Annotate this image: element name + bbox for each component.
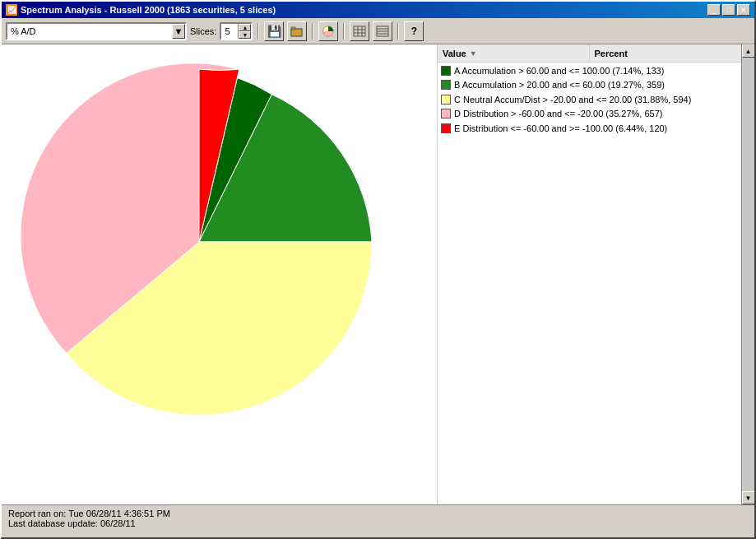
title-bar-left: 📈 Spectrum Analysis - Russell 2000 (1863… — [6, 4, 276, 16]
window-title: Spectrum Analysis - Russell 2000 (1863 s… — [21, 5, 276, 15]
legend-rows: A Accumulation > 60.00 and <= 100.00 (7.… — [438, 63, 741, 137]
status-bar: Report ran on: Tue 06/28/11 4:36:51 PM L… — [2, 504, 754, 537]
dropdown-value: % A/D — [7, 26, 172, 36]
dropdown-arrow[interactable]: ▼ — [172, 24, 185, 39]
sep3 — [343, 23, 345, 39]
legend-row: C Neutral Accum/Dist > -20.00 and <= 20.… — [438, 93, 741, 107]
scroll-down-button[interactable]: ▼ — [742, 491, 755, 504]
legend-row: D Distribution > -60.00 and <= -20.00 (3… — [438, 107, 741, 121]
legend-label: D Distribution > -60.00 and <= -20.00 (3… — [454, 108, 662, 120]
scrollbar-y[interactable]: ▲ ▼ — [741, 44, 754, 504]
save-button[interactable]: 💾 — [264, 21, 284, 41]
legend-swatch — [441, 80, 451, 90]
legend-label: B Accumulation > 20.00 and <= 60.00 (19.… — [454, 79, 665, 91]
main-window: 📈 Spectrum Analysis - Russell 2000 (1863… — [0, 0, 756, 539]
legend-swatch — [441, 95, 451, 105]
legend-header: Value ▼ Percent — [438, 44, 741, 63]
sep4 — [397, 23, 399, 39]
slices-value: 5 — [221, 26, 238, 36]
maximize-button[interactable]: □ — [722, 4, 735, 16]
table-icon — [353, 26, 366, 37]
app-icon: 📈 — [6, 4, 17, 16]
help-button[interactable]: ? — [404, 21, 424, 41]
minimize-button[interactable]: _ — [707, 4, 721, 16]
open-icon — [290, 26, 304, 37]
legend-swatch — [441, 66, 451, 76]
list-button[interactable] — [373, 21, 392, 41]
legend-label: A Accumulation > 60.00 and <= 100.00 (7.… — [454, 65, 664, 77]
status-line2: Last database update: 06/28/11 — [8, 518, 748, 528]
scroll-up-button[interactable]: ▲ — [742, 44, 755, 58]
sort-icon-value: ▼ — [470, 49, 477, 58]
legend-swatch — [441, 123, 451, 133]
pie-icon — [322, 26, 335, 37]
status-line1: Report ran on: Tue 06/28/11 4:36:51 PM — [8, 509, 748, 518]
legend-label: E Distribution <= -60.00 and >= -100.00 … — [454, 123, 667, 135]
title-bar-buttons: _ □ ✕ — [707, 4, 750, 16]
slices-down[interactable]: ▼ — [239, 31, 251, 39]
legend-swatch — [441, 109, 451, 118]
svg-rect-6 — [354, 26, 365, 36]
open-button[interactable] — [287, 21, 307, 41]
col-header-percent[interactable]: Percent — [590, 44, 742, 62]
indicator-dropdown[interactable]: % A/D ▼ — [6, 22, 187, 40]
sep1 — [257, 23, 259, 39]
col-header-value[interactable]: Value ▼ — [438, 44, 590, 62]
slices-control[interactable]: 5 ▲ ▼ — [220, 22, 253, 40]
legend-row: B Accumulation > 20.00 and <= 60.00 (19.… — [438, 78, 741, 92]
pie-chart-svg — [2, 44, 397, 439]
title-bar: 📈 Spectrum Analysis - Russell 2000 (1863… — [2, 2, 754, 18]
legend-label: C Neutral Accum/Dist > -20.00 and <= 20.… — [454, 94, 691, 106]
table-button[interactable] — [350, 21, 369, 41]
pie-chart-button[interactable] — [318, 21, 338, 41]
legend-panel: Value ▼ Percent A Accumulation > 60.00 a… — [437, 44, 741, 504]
sep2 — [312, 23, 313, 39]
list-icon — [376, 26, 389, 37]
scroll-track[interactable] — [742, 58, 754, 491]
content-with-scroll: Value ▼ Percent A Accumulation > 60.00 a… — [2, 44, 754, 504]
toolbar: % A/D ▼ Slices: 5 ▲ ▼ 💾 — [2, 18, 754, 44]
chart-area — [2, 44, 437, 504]
slices-spinner[interactable]: ▲ ▼ — [238, 24, 251, 39]
legend-row: A Accumulation > 60.00 and <= 100.00 (7.… — [438, 64, 741, 78]
legend-row: E Distribution <= -60.00 and >= -100.00 … — [438, 122, 741, 136]
main-content: Value ▼ Percent A Accumulation > 60.00 a… — [2, 44, 754, 537]
slices-up[interactable]: ▲ — [239, 24, 251, 31]
close-button[interactable]: ✕ — [737, 4, 750, 16]
slices-label: Slices: — [190, 26, 216, 36]
